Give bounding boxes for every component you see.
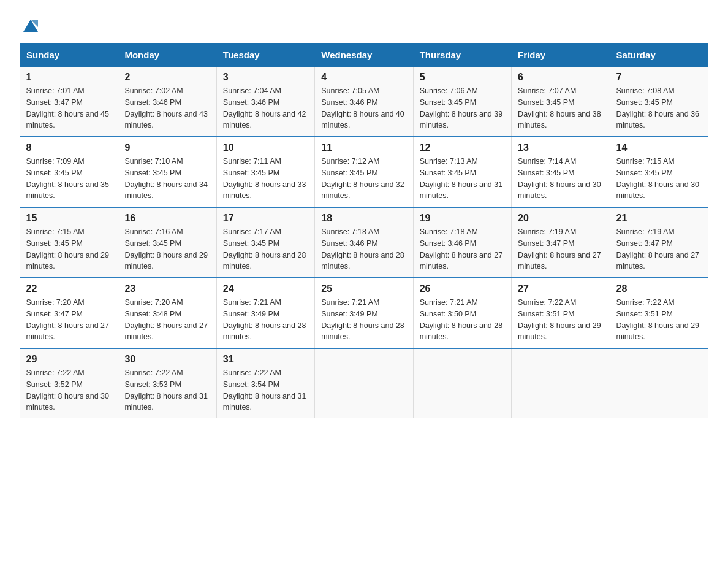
- day-number: 22: [26, 283, 112, 294]
- day-info: Sunrise: 7:01 AMSunset: 3:47 PMDaylight:…: [26, 85, 112, 131]
- logo-icon: [21, 15, 40, 34]
- day-number: 18: [321, 213, 406, 224]
- calendar-week-row: 15Sunrise: 7:15 AMSunset: 3:45 PMDayligh…: [20, 207, 708, 278]
- column-header-wednesday: Wednesday: [315, 44, 413, 67]
- day-info: Sunrise: 7:15 AMSunset: 3:45 PMDaylight:…: [616, 156, 702, 202]
- day-info: Sunrise: 7:22 AMSunset: 3:51 PMDaylight:…: [518, 297, 603, 343]
- column-header-thursday: Thursday: [413, 44, 511, 67]
- calendar-week-row: 8Sunrise: 7:09 AMSunset: 3:45 PMDaylight…: [20, 137, 708, 207]
- day-number: 2: [124, 72, 210, 83]
- calendar-cell: 20Sunrise: 7:19 AMSunset: 3:47 PMDayligh…: [512, 207, 610, 278]
- calendar-cell: 12Sunrise: 7:13 AMSunset: 3:45 PMDayligh…: [413, 137, 511, 207]
- day-info: Sunrise: 7:22 AMSunset: 3:51 PMDaylight:…: [616, 297, 702, 343]
- calendar-cell: 13Sunrise: 7:14 AMSunset: 3:45 PMDayligh…: [512, 137, 610, 207]
- day-number: 23: [124, 283, 210, 294]
- day-number: 12: [420, 142, 505, 153]
- day-info: Sunrise: 7:22 AMSunset: 3:52 PMDaylight:…: [26, 367, 112, 413]
- calendar-header-row: SundayMondayTuesdayWednesdayThursdayFrid…: [20, 44, 708, 67]
- day-info: Sunrise: 7:13 AMSunset: 3:45 PMDaylight:…: [420, 156, 505, 202]
- day-info: Sunrise: 7:02 AMSunset: 3:46 PMDaylight:…: [124, 85, 210, 131]
- calendar-cell: 23Sunrise: 7:20 AMSunset: 3:48 PMDayligh…: [118, 278, 216, 348]
- day-number: 27: [518, 283, 603, 294]
- day-number: 6: [518, 72, 603, 83]
- day-number: 10: [223, 142, 308, 153]
- calendar-week-row: 29Sunrise: 7:22 AMSunset: 3:52 PMDayligh…: [20, 348, 708, 418]
- day-info: Sunrise: 7:21 AMSunset: 3:49 PMDaylight:…: [321, 297, 406, 343]
- day-info: Sunrise: 7:16 AMSunset: 3:45 PMDaylight:…: [124, 226, 210, 272]
- day-info: Sunrise: 7:09 AMSunset: 3:45 PMDaylight:…: [26, 156, 112, 202]
- day-info: Sunrise: 7:21 AMSunset: 3:49 PMDaylight:…: [223, 297, 308, 343]
- calendar-cell: 24Sunrise: 7:21 AMSunset: 3:49 PMDayligh…: [216, 278, 314, 348]
- day-number: 9: [124, 142, 210, 153]
- day-number: 16: [124, 213, 210, 224]
- day-info: Sunrise: 7:15 AMSunset: 3:45 PMDaylight:…: [26, 226, 112, 272]
- logo: [20, 15, 40, 31]
- calendar-cell: [315, 348, 413, 418]
- calendar-cell: 22Sunrise: 7:20 AMSunset: 3:47 PMDayligh…: [20, 278, 118, 348]
- day-number: 14: [616, 142, 702, 153]
- calendar-cell: 17Sunrise: 7:17 AMSunset: 3:45 PMDayligh…: [216, 207, 314, 278]
- day-number: 28: [616, 283, 702, 294]
- day-info: Sunrise: 7:05 AMSunset: 3:46 PMDaylight:…: [321, 85, 406, 131]
- day-info: Sunrise: 7:19 AMSunset: 3:47 PMDaylight:…: [518, 226, 603, 272]
- calendar-cell: 19Sunrise: 7:18 AMSunset: 3:46 PMDayligh…: [413, 207, 511, 278]
- calendar-cell: [512, 348, 610, 418]
- calendar-cell: 25Sunrise: 7:21 AMSunset: 3:49 PMDayligh…: [315, 278, 413, 348]
- calendar-cell: 27Sunrise: 7:22 AMSunset: 3:51 PMDayligh…: [512, 278, 610, 348]
- day-info: Sunrise: 7:10 AMSunset: 3:45 PMDaylight:…: [124, 156, 210, 202]
- day-info: Sunrise: 7:07 AMSunset: 3:45 PMDaylight:…: [518, 85, 603, 131]
- calendar-cell: 5Sunrise: 7:06 AMSunset: 3:45 PMDaylight…: [413, 67, 511, 137]
- column-header-monday: Monday: [118, 44, 216, 67]
- calendar-cell: 29Sunrise: 7:22 AMSunset: 3:52 PMDayligh…: [20, 348, 118, 418]
- calendar-cell: 28Sunrise: 7:22 AMSunset: 3:51 PMDayligh…: [610, 278, 708, 348]
- day-info: Sunrise: 7:18 AMSunset: 3:46 PMDaylight:…: [420, 226, 505, 272]
- column-header-tuesday: Tuesday: [216, 44, 314, 67]
- day-number: 8: [26, 142, 112, 153]
- day-number: 19: [420, 213, 505, 224]
- calendar-cell: 14Sunrise: 7:15 AMSunset: 3:45 PMDayligh…: [610, 137, 708, 207]
- day-info: Sunrise: 7:20 AMSunset: 3:47 PMDaylight:…: [26, 297, 112, 343]
- calendar-cell: 7Sunrise: 7:08 AMSunset: 3:45 PMDaylight…: [610, 67, 708, 137]
- day-number: 3: [223, 72, 308, 83]
- calendar-cell: 31Sunrise: 7:22 AMSunset: 3:54 PMDayligh…: [216, 348, 314, 418]
- calendar-cell: 30Sunrise: 7:22 AMSunset: 3:53 PMDayligh…: [118, 348, 216, 418]
- column-header-friday: Friday: [512, 44, 610, 67]
- calendar-cell: 3Sunrise: 7:04 AMSunset: 3:46 PMDaylight…: [216, 67, 314, 137]
- calendar-cell: 2Sunrise: 7:02 AMSunset: 3:46 PMDaylight…: [118, 67, 216, 137]
- day-number: 5: [420, 72, 505, 83]
- column-header-sunday: Sunday: [20, 44, 118, 67]
- day-info: Sunrise: 7:14 AMSunset: 3:45 PMDaylight:…: [518, 156, 603, 202]
- column-header-saturday: Saturday: [610, 44, 708, 67]
- day-number: 13: [518, 142, 603, 153]
- day-number: 26: [420, 283, 505, 294]
- calendar-cell: [610, 348, 708, 418]
- calendar-table: SundayMondayTuesdayWednesdayThursdayFrid…: [20, 43, 708, 418]
- day-number: 31: [223, 354, 308, 365]
- calendar-cell: 16Sunrise: 7:16 AMSunset: 3:45 PMDayligh…: [118, 207, 216, 278]
- calendar-cell: 10Sunrise: 7:11 AMSunset: 3:45 PMDayligh…: [216, 137, 314, 207]
- day-number: 17: [223, 213, 308, 224]
- day-info: Sunrise: 7:04 AMSunset: 3:46 PMDaylight:…: [223, 85, 308, 131]
- day-info: Sunrise: 7:18 AMSunset: 3:46 PMDaylight:…: [321, 226, 406, 272]
- calendar-cell: [413, 348, 511, 418]
- day-info: Sunrise: 7:22 AMSunset: 3:54 PMDaylight:…: [223, 367, 308, 413]
- calendar-cell: 8Sunrise: 7:09 AMSunset: 3:45 PMDaylight…: [20, 137, 118, 207]
- calendar-cell: 21Sunrise: 7:19 AMSunset: 3:47 PMDayligh…: [610, 207, 708, 278]
- day-number: 1: [26, 72, 112, 83]
- day-number: 25: [321, 283, 406, 294]
- calendar-cell: 18Sunrise: 7:18 AMSunset: 3:46 PMDayligh…: [315, 207, 413, 278]
- calendar-cell: 4Sunrise: 7:05 AMSunset: 3:46 PMDaylight…: [315, 67, 413, 137]
- calendar-cell: 1Sunrise: 7:01 AMSunset: 3:47 PMDaylight…: [20, 67, 118, 137]
- day-info: Sunrise: 7:19 AMSunset: 3:47 PMDaylight:…: [616, 226, 702, 272]
- calendar-cell: 6Sunrise: 7:07 AMSunset: 3:45 PMDaylight…: [512, 67, 610, 137]
- calendar-week-row: 22Sunrise: 7:20 AMSunset: 3:47 PMDayligh…: [20, 278, 708, 348]
- day-info: Sunrise: 7:17 AMSunset: 3:45 PMDaylight:…: [223, 226, 308, 272]
- day-info: Sunrise: 7:22 AMSunset: 3:53 PMDaylight:…: [124, 367, 210, 413]
- day-number: 24: [223, 283, 308, 294]
- day-info: Sunrise: 7:20 AMSunset: 3:48 PMDaylight:…: [124, 297, 210, 343]
- calendar-cell: 11Sunrise: 7:12 AMSunset: 3:45 PMDayligh…: [315, 137, 413, 207]
- day-number: 15: [26, 213, 112, 224]
- day-info: Sunrise: 7:06 AMSunset: 3:45 PMDaylight:…: [420, 85, 505, 131]
- day-info: Sunrise: 7:12 AMSunset: 3:45 PMDaylight:…: [321, 156, 406, 202]
- day-number: 11: [321, 142, 406, 153]
